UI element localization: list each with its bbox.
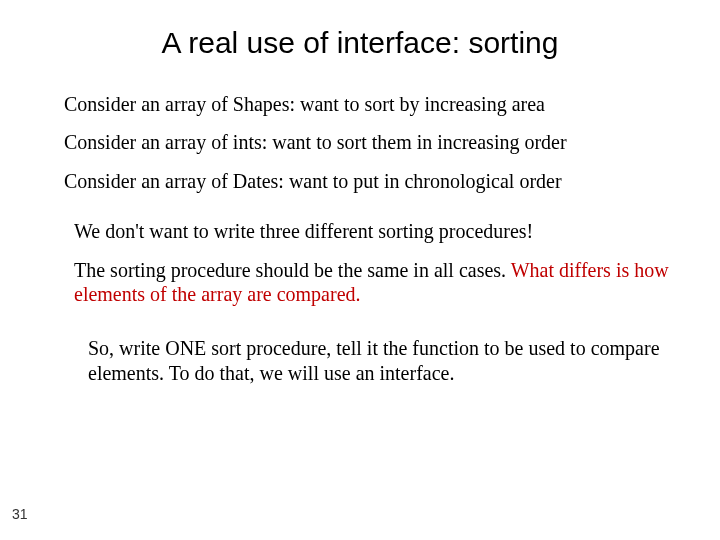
- slide-title: A real use of interface: sorting: [0, 26, 720, 60]
- paragraph-conclusion: So, write ONE sort procedure, tell it th…: [88, 336, 674, 385]
- page-number: 31: [12, 506, 28, 522]
- paragraph-dates: Consider an array of Dates: want to put …: [64, 169, 674, 193]
- paragraph-no-three: We don't want to write three different s…: [74, 219, 674, 243]
- paragraph-differs: The sorting procedure should be the same…: [74, 258, 674, 307]
- slide-body: Consider an array of Shapes: want to sor…: [64, 92, 674, 399]
- slide: A real use of interface: sorting Conside…: [0, 0, 720, 540]
- paragraph-ints: Consider an array of ints: want to sort …: [64, 130, 674, 154]
- paragraph-shapes: Consider an array of Shapes: want to sor…: [64, 92, 674, 116]
- paragraph-differs-text: The sorting procedure should be the same…: [74, 259, 511, 281]
